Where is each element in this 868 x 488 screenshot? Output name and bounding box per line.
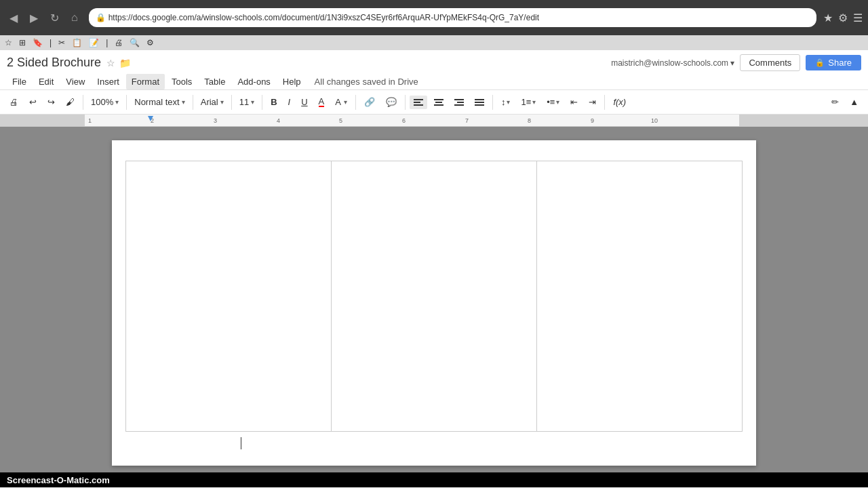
italic-label: I: [288, 97, 291, 107]
toolbar-icon-1[interactable]: ☆: [3, 37, 14, 48]
cursor-area[interactable]: [241, 437, 743, 450]
browser-right-icons: ★ ⚙ ☰: [823, 12, 863, 24]
toolbar-icon-4[interactable]: ✂: [56, 37, 67, 48]
table-cell-3[interactable]: [537, 161, 743, 432]
redo-button[interactable]: ↪: [43, 95, 59, 109]
menu-view[interactable]: View: [60, 74, 90, 89]
font-size-value: 11: [239, 97, 249, 107]
gdocs-header: 2 Sided Brochure ☆ 📁 maistrich@winslow-s…: [0, 50, 868, 115]
bulleted-list-chevron-icon: ▾: [556, 98, 559, 106]
svg-text:5: 5: [339, 117, 342, 124]
folder-icon[interactable]: 📁: [119, 58, 131, 68]
formula-button[interactable]: f(x): [609, 95, 630, 109]
font-dropdown[interactable]: Arial ▾: [197, 95, 227, 109]
font-size-dropdown[interactable]: 11 ▾: [236, 95, 258, 109]
toolbar-icon-9[interactable]: ⚙: [144, 37, 156, 48]
nav-forward-button[interactable]: ▶: [26, 9, 42, 27]
menu-help[interactable]: Help: [277, 74, 307, 89]
user-email[interactable]: maistrich@winslow-schools.com ▾: [611, 58, 734, 68]
document-area[interactable]: [0, 127, 868, 472]
address-bar[interactable]: 🔒 https://docs.google.com/a/winslow-scho…: [89, 8, 816, 27]
svg-text:9: 9: [591, 117, 594, 124]
extensions-icon[interactable]: ⚙: [838, 12, 848, 24]
print-button[interactable]: 🖨: [5, 95, 22, 109]
svg-text:10: 10: [651, 117, 658, 124]
svg-text:4: 4: [277, 117, 280, 124]
link-button[interactable]: 🔗: [360, 95, 379, 109]
underline-button[interactable]: U: [297, 95, 311, 109]
align-left-icon: [414, 98, 423, 107]
undo-button[interactable]: ↩: [25, 95, 41, 109]
menu-addons[interactable]: Add-ons: [232, 74, 275, 89]
header-right: maistrich@winslow-schools.com ▾ Comments…: [611, 54, 861, 71]
align-right-button[interactable]: [450, 96, 468, 109]
align-center-button[interactable]: [430, 96, 448, 109]
style-dropdown[interactable]: Normal text ▾: [131, 95, 188, 109]
nav-back-button[interactable]: ◀: [5, 9, 22, 27]
underline-label: U: [301, 97, 307, 107]
align-left-button[interactable]: [410, 96, 427, 109]
zoom-dropdown[interactable]: 100% ▾: [87, 95, 122, 109]
menu-tools[interactable]: Tools: [166, 74, 197, 89]
table-cell-2[interactable]: [332, 161, 537, 432]
svg-rect-5: [434, 104, 443, 106]
document-title[interactable]: 2 Sided Brochure: [7, 56, 101, 70]
toolbar-icon-5[interactable]: 📋: [70, 37, 84, 48]
decrease-indent-button[interactable]: ⇤: [566, 95, 582, 109]
toolbar-icon-7[interactable]: 🖨: [113, 37, 125, 48]
link-icon: 🔗: [364, 97, 375, 107]
bulleted-list-button[interactable]: •≡ ▾: [542, 95, 564, 109]
url-text: https://docs.google.com/a/winslow-school…: [108, 13, 810, 22]
ssl-icon: 🔒: [96, 13, 106, 22]
autosave-status: All changes saved in Drive: [315, 77, 418, 87]
strikethrough-button[interactable]: A: [315, 95, 329, 109]
increase-indent-button[interactable]: ⇥: [585, 95, 600, 109]
table-cell-1[interactable]: [126, 161, 332, 432]
align-justify-button[interactable]: [471, 96, 488, 109]
paint-format-button[interactable]: 🖌: [62, 95, 79, 109]
comment-button[interactable]: 💬: [382, 95, 401, 109]
separator-4: [231, 95, 232, 110]
font-size-chevron-icon: ▾: [251, 98, 254, 106]
share-button[interactable]: 🔒 Share: [806, 55, 861, 70]
nav-refresh-button[interactable]: ↻: [46, 9, 63, 27]
nav-home-button[interactable]: ⌂: [67, 9, 82, 26]
increase-indent-icon: ⇥: [589, 97, 596, 107]
bulleted-list-icon: •≡: [547, 97, 555, 107]
menu-file[interactable]: File: [7, 74, 32, 89]
align-right-icon: [454, 98, 464, 107]
pencil-tool-button[interactable]: ✏: [827, 95, 843, 109]
table-row: [126, 161, 743, 432]
toolbar-separator2: |: [104, 37, 110, 48]
numbered-list-button[interactable]: 1≡ ▾: [517, 95, 540, 109]
menu-insert[interactable]: Insert: [92, 74, 125, 89]
separator-8: [492, 95, 493, 110]
italic-button[interactable]: I: [284, 95, 295, 109]
comments-button[interactable]: Comments: [740, 54, 800, 71]
toolbar-icon-6[interactable]: 📝: [87, 37, 101, 48]
toolbar-icon-8[interactable]: 🔍: [127, 37, 142, 48]
decrease-indent-icon: ⇤: [570, 97, 578, 107]
style-value: Normal text: [134, 97, 179, 107]
bookmark-icon[interactable]: ★: [823, 12, 833, 24]
chevron-up-icon: ▲: [850, 97, 859, 107]
svg-rect-11: [475, 104, 484, 106]
line-spacing-button[interactable]: ↕ ▾: [497, 95, 515, 109]
menu-icon[interactable]: ☰: [853, 12, 863, 24]
toolbar-icon-3[interactable]: 🔖: [31, 37, 45, 48]
toolbar-icon-2[interactable]: ⊞: [17, 37, 28, 48]
gdocs-header-inner: 2 Sided Brochure ☆ 📁 maistrich@winslow-s…: [0, 50, 868, 90]
line-spacing-chevron-icon: ▾: [507, 98, 510, 106]
svg-rect-1: [414, 102, 420, 103]
browser-chrome: ◀ ▶ ↻ ⌂ 🔒 https://docs.google.com/a/wins…: [0, 0, 868, 35]
document-table: [125, 161, 743, 432]
svg-rect-9: [475, 99, 484, 100]
collapse-toolbar-button[interactable]: ▲: [846, 95, 863, 109]
menu-format[interactable]: Format: [126, 74, 165, 89]
bold-button[interactable]: B: [267, 95, 281, 109]
menu-edit[interactable]: Edit: [33, 74, 59, 89]
star-icon[interactable]: ☆: [106, 58, 115, 68]
text-color-button[interactable]: A ▾: [331, 95, 351, 109]
menu-table[interactable]: Table: [199, 74, 231, 89]
bottom-bar: Screencast-O-Matic.com: [0, 472, 868, 487]
